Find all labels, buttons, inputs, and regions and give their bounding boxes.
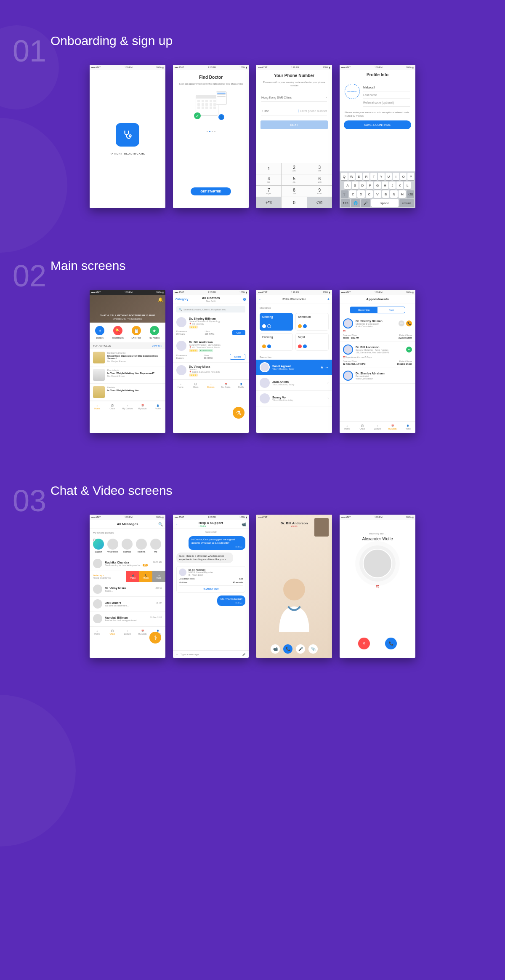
request-visit-button[interactable]: REQUEST VISIT <box>179 585 243 590</box>
more-action[interactable]: ⋯More <box>152 571 165 582</box>
tab-doctors[interactable]: ⚕Doctors <box>370 422 385 433</box>
search-icon[interactable]: 🔍 <box>158 522 163 526</box>
appointment-row[interactable]: Dr. Sherley BillmanObstetrics & Gynecolo… <box>340 316 415 342</box>
doctor-avatar[interactable]: Ruchika <box>122 539 133 553</box>
key-1[interactable]: 1 <box>256 163 281 174</box>
tab-chats[interactable]: 💬Chats <box>105 401 120 413</box>
add-icon[interactable]: + <box>327 297 330 302</box>
key-123[interactable]: 123 <box>341 199 350 207</box>
key-4[interactable]: 4GHI <box>256 174 281 185</box>
tab-home[interactable]: ⌂Home <box>173 380 188 391</box>
back-icon[interactable]: ← <box>175 523 178 526</box>
get-started-button[interactable]: GET STARTED <box>191 187 231 195</box>
video-toggle[interactable]: 📹 <box>271 644 280 654</box>
phone-input[interactable]: + 852Enter phone number <box>261 107 327 115</box>
referral-input[interactable]: Referral code (optional) <box>363 99 410 107</box>
night-card[interactable]: Night <box>295 333 329 351</box>
tab-chats[interactable]: 💬Chats <box>188 380 203 391</box>
tab-doctors[interactable]: ⚕Doctors <box>203 380 218 391</box>
fav-articles-icon[interactable]: ★Fav Articles <box>149 326 160 339</box>
tab-appts[interactable]: 📅My Appts. <box>135 401 150 413</box>
attach-toggle[interactable]: 📎 <box>308 644 318 654</box>
key-5[interactable]: 5JKL <box>282 174 306 185</box>
key-space[interactable]: space <box>371 199 399 207</box>
key-0[interactable]: 0 <box>282 197 306 208</box>
doctor-avatar[interactable]: Mishima <box>136 539 147 553</box>
search-input[interactable]: 🔍 Search Doctors, Clinics, Hospitals etc… <box>176 306 245 312</box>
mic-icon[interactable]: 🎤 <box>242 653 245 656</box>
decline-button[interactable]: ✕ <box>358 638 370 649</box>
tab-chats[interactable]: 💬Chats <box>355 422 370 433</box>
firstname-input[interactable]: Makecall <box>363 84 410 91</box>
bell-icon[interactable]: 🔔 <box>158 297 163 302</box>
key-q[interactable]: Q <box>341 173 348 180</box>
self-view[interactable] <box>314 518 329 537</box>
new-chat-fab[interactable]: ⚕ <box>149 632 161 644</box>
key-6[interactable]: 6MNO <box>307 174 332 185</box>
back-icon[interactable]: ← <box>259 298 262 301</box>
tab-profile[interactable]: 👤Profile <box>234 380 249 391</box>
key-mic[interactable]: 🎤 <box>361 199 370 207</box>
key-backspace[interactable]: ⌫ <box>307 197 332 208</box>
video-action[interactable]: 📹Video <box>126 571 139 582</box>
doctor-row[interactable]: Dr. Sherley BillmanGeneral Obstetrics & … <box>173 315 249 338</box>
doctor-row[interactable]: Dr. Bill AndersonGeneral Physician | Mor… <box>173 338 249 363</box>
key-2[interactable]: 2ABC <box>282 163 306 174</box>
afternoon-card[interactable]: Afternoon <box>295 313 329 331</box>
view-all-link[interactable]: View all › <box>152 344 162 347</box>
morning-card[interactable]: Morning <box>260 313 293 331</box>
favourite-row[interactable]: Jack AhlersTake 3 Medicine, Today› <box>256 375 332 391</box>
tab-appts[interactable]: 📅My Appts. <box>218 380 234 391</box>
key-shift[interactable]: ⇧ <box>341 190 348 198</box>
attach-icon[interactable]: + <box>176 653 178 656</box>
doctor-row[interactable]: Dr. Vinay MisraDentists📍D26/9, Sarita vi… <box>173 363 249 379</box>
call-button[interactable]: Call <box>232 330 245 335</box>
doctor-card[interactable]: Dr. Bill AndersonMMBS, General Physician… <box>176 566 245 593</box>
favourite-row[interactable]: Sunny VoTake 4 Medicine today› <box>256 391 332 406</box>
key-symbols[interactable]: +*# <box>256 197 281 208</box>
key-9[interactable]: 9WXYZ <box>307 186 332 197</box>
accept-button[interactable]: 📞 <box>385 638 397 649</box>
tab-profile[interactable]: 👤Profile <box>400 422 415 433</box>
tab-doctors[interactable]: ⚕Doctors <box>120 627 135 638</box>
article-row[interactable]: Dietitian/Nutritionist5 Nutrition Strate… <box>90 349 165 366</box>
lastname-input[interactable]: Last name <box>363 91 410 99</box>
chat-input[interactable]: +Type a message🎤 <box>173 650 249 658</box>
tab-profile[interactable]: 👤Profile <box>150 401 165 413</box>
message-row[interactable]: Ruchika Chandra08:30 AMGood morning sir,… <box>90 556 165 571</box>
key-8[interactable]: 8TUV <box>282 186 306 197</box>
book-button[interactable]: Book <box>230 354 245 360</box>
tab-home[interactable]: ⌂Home <box>90 401 105 413</box>
doctor-avatar[interactable]: Vinay Misra <box>107 539 118 553</box>
tab-chats[interactable]: 💬Chats <box>105 627 120 638</box>
add-photo-button[interactable]: ADD PHOTO <box>345 84 360 99</box>
segment-control[interactable]: UpcomingPast <box>350 307 405 313</box>
video-icon[interactable]: 📹 <box>242 522 246 526</box>
key-return[interactable]: return <box>399 199 414 207</box>
country-select[interactable]: Hong Kong SAR China› <box>261 93 327 102</box>
key-backspace[interactable]: ⌫ <box>407 190 414 198</box>
save-continue-button[interactable]: SAVE & CONTINUE <box>344 120 411 129</box>
appointment-row[interactable]: Dr. Bill AndersonGeneral Obstetrics | Fo… <box>340 342 415 368</box>
favourite-row[interactable]: Sanal AgrwalTake 4 Medicine, Today★ → <box>256 360 332 375</box>
next-button[interactable]: NEXT <box>260 120 328 129</box>
reminder-icon[interactable]: ⏰ <box>376 585 380 588</box>
key-7[interactable]: 7PQRS <box>256 186 281 197</box>
article-row[interactable]: DentistsIs Your Weight Making You <box>90 384 165 401</box>
tab-home[interactable]: ⌂Home <box>90 627 105 638</box>
message-row[interactable]: Aanchal Billman20 Dec 2017Aanchal has bo… <box>90 611 165 626</box>
doctor-avatar[interactable]: Me <box>150 539 161 553</box>
appointment-row[interactable]: Dr. Sherley AbrahamDermatologistVideo Co… <box>340 368 415 384</box>
filter-icon[interactable]: ⚙ <box>243 297 246 302</box>
key-globe[interactable]: 🌐 <box>351 199 360 207</box>
filter-fab[interactable]: ⚗ <box>233 407 245 419</box>
ehr-icon[interactable]: 📋EHR Files <box>132 326 141 339</box>
tab-appts[interactable]: 📅My Appts. <box>135 627 150 638</box>
tab-home[interactable]: ⌂Home <box>340 422 355 433</box>
article-row[interactable]: PsychologistIs Your Weight Making You De… <box>90 366 165 384</box>
mute-toggle[interactable]: 📞 <box>283 644 292 654</box>
message-row[interactable]: Jack Ahlers06 JanYou sent an attachment… <box>90 597 165 611</box>
tab-appts[interactable]: 📅My Appts. <box>385 422 400 433</box>
message-row[interactable]: Dr. Vinay Misra20 FebTyping… <box>90 582 165 597</box>
medications-icon[interactable]: 💊Medications <box>112 326 124 339</box>
